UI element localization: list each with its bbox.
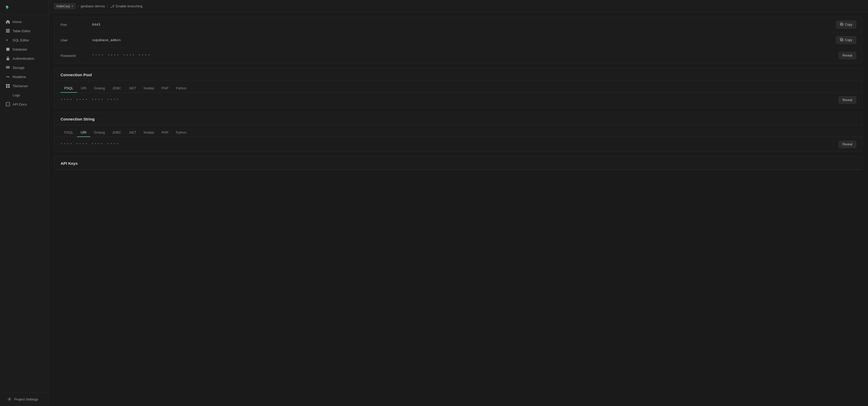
user-value: supabase_admin — [92, 38, 831, 42]
sidebar: Home Table Editor SQL Editor Database Au — [0, 0, 49, 406]
supabase-logo — [4, 4, 11, 11]
topbar: IndieСorp ▾ / geobase demos / ⎇ Enable b… — [49, 0, 868, 12]
user-actions: Copy — [836, 36, 856, 44]
api-keys-panel: API Keys — [54, 156, 863, 170]
tab-jdbc-pool[interactable]: JDBC — [108, 84, 125, 93]
tile-icon — [6, 84, 10, 88]
storage-icon — [6, 66, 10, 70]
sidebar-item-realtime[interactable]: Realtime — [2, 72, 47, 81]
database-icon — [6, 47, 10, 52]
copy-icon — [840, 23, 843, 27]
svg-rect-17 — [840, 23, 842, 25]
breadcrumb-separator-2: / — [107, 4, 108, 8]
password-reveal-button[interactable]: Reveal — [839, 52, 856, 59]
api-icon — [6, 102, 10, 106]
tab-psql-string[interactable]: PSQL — [61, 128, 77, 137]
breadcrumb: IndieСorp ▾ / geobase demos / ⎇ Enable b… — [54, 3, 143, 9]
port-actions: Copy — [836, 21, 856, 29]
svg-rect-12 — [6, 86, 8, 88]
password-masked-value: **** **** **** **** — [92, 54, 833, 58]
connection-pool-tabs: PSQL URI Golang JDBC .NET Nodejs PHP Pyt… — [54, 81, 863, 93]
sidebar-item-home[interactable]: Home — [2, 17, 47, 26]
password-actions: Reveal — [839, 52, 856, 59]
tab-nodejs-pool[interactable]: Nodejs — [140, 84, 158, 93]
svg-rect-13 — [8, 86, 10, 88]
tab-uri-pool[interactable]: URI — [77, 84, 90, 93]
tab-php-string[interactable]: PHP — [158, 128, 172, 137]
tab-jdbc-string[interactable]: JDBC — [108, 128, 125, 137]
svg-point-15 — [9, 399, 10, 400]
svg-rect-5 — [6, 58, 9, 60]
port-row: Port 6443 Copy — [54, 17, 863, 32]
project-name: IndieСorp — [56, 4, 70, 8]
copy-icon-2 — [840, 38, 843, 42]
sidebar-nav: Home Table Editor SQL Editor Database Au — [0, 15, 49, 392]
connection-string-panel: Connection String PSQL URI Golang JDBC .… — [54, 112, 863, 152]
breadcrumb-separator-1: / — [78, 4, 79, 8]
password-row: Password **** **** **** **** Reveal — [54, 48, 863, 63]
tab-psql-pool[interactable]: PSQL — [61, 84, 77, 93]
tab-python-string[interactable]: Python — [172, 128, 190, 137]
branch-icon: ⎇ — [110, 4, 114, 8]
tab-golang-pool[interactable]: Golang — [90, 84, 108, 93]
chevron-down-icon: ▾ — [71, 4, 73, 8]
sidebar-item-api-docs[interactable]: API Docs — [2, 100, 47, 109]
realtime-icon — [6, 75, 10, 79]
connection-pool-reveal-button[interactable]: Reveal — [839, 96, 856, 104]
tab-python-pool[interactable]: Python — [172, 84, 190, 93]
port-value: 6443 — [92, 23, 831, 27]
svg-rect-10 — [6, 84, 8, 86]
breadcrumb-project-sub: geobase demos — [81, 4, 105, 8]
connection-pool-content: **** **** **** **** Reveal — [54, 93, 863, 107]
sidebar-item-tileserver[interactable]: TileServer — [2, 81, 47, 90]
api-keys-title: API Keys — [54, 157, 863, 169]
sidebar-item-table-editor[interactable]: Table Editor — [2, 27, 47, 35]
connection-string-masked-value: **** **** **** **** — [61, 142, 839, 146]
tab-php-pool[interactable]: PHP — [158, 84, 172, 93]
user-label: User — [61, 38, 92, 42]
sidebar-item-sql-editor[interactable]: SQL Editor — [2, 36, 47, 44]
sidebar-bottom: Project Settings — [0, 392, 49, 406]
main-content: IndieСorp ▾ / geobase demos / ⎇ Enable b… — [49, 0, 868, 406]
tab-dotnet-pool[interactable]: .NET — [125, 84, 140, 93]
enable-branching-button[interactable]: ⎇ Enable branching — [110, 4, 143, 8]
logs-icon — [6, 93, 10, 97]
tab-uri-string[interactable]: URI — [77, 128, 90, 137]
sql-icon — [6, 38, 10, 42]
svg-point-8 — [9, 67, 9, 67]
settings-icon — [7, 397, 11, 401]
user-row: User supabase_admin Copy — [54, 32, 863, 48]
project-badge[interactable]: IndieСorp ▾ — [54, 3, 75, 9]
connection-pool-panel: Connection Pool PSQL URI Golang JDBC .NE… — [54, 68, 863, 108]
svg-rect-2 — [6, 30, 10, 31]
connection-string-reveal-button[interactable]: Reveal — [839, 141, 856, 148]
sidebar-item-database[interactable]: Database — [2, 45, 47, 54]
tab-dotnet-string[interactable]: .NET — [125, 128, 140, 137]
svg-rect-11 — [8, 84, 10, 86]
home-icon — [6, 20, 10, 24]
table-icon — [6, 29, 10, 33]
tab-golang-string[interactable]: Golang — [90, 128, 108, 137]
svg-rect-16 — [841, 24, 843, 26]
connection-string-tabs: PSQL URI Golang JDBC .NET Nodejs PHP Pyt… — [54, 125, 863, 137]
port-label: Port — [61, 23, 92, 27]
port-copy-button[interactable]: Copy — [836, 21, 856, 29]
connection-pool-masked-value: **** **** **** **** — [61, 98, 839, 102]
connection-string-content: **** **** **** **** Reveal — [54, 137, 863, 151]
user-copy-button[interactable]: Copy — [836, 36, 856, 44]
connection-string-title: Connection String — [54, 112, 863, 125]
content-area: Port 6443 Copy User supabase_admin — [49, 12, 868, 406]
sidebar-item-storage[interactable]: Storage — [2, 63, 47, 72]
svg-point-9 — [9, 68, 9, 68]
sidebar-item-logs[interactable]: Logs — [2, 91, 47, 100]
svg-rect-19 — [840, 38, 842, 40]
connection-pool-title: Connection Pool — [54, 68, 863, 81]
auth-icon — [6, 56, 10, 61]
sidebar-logo — [0, 0, 49, 15]
svg-rect-18 — [841, 39, 843, 41]
sidebar-item-project-settings[interactable]: Project Settings — [3, 395, 45, 404]
tab-nodejs-string[interactable]: Nodejs — [140, 128, 158, 137]
sidebar-item-authentication[interactable]: Authentication — [2, 54, 47, 63]
svg-rect-1 — [6, 29, 10, 30]
connection-details-panel: Port 6443 Copy User supabase_admin — [54, 17, 863, 63]
